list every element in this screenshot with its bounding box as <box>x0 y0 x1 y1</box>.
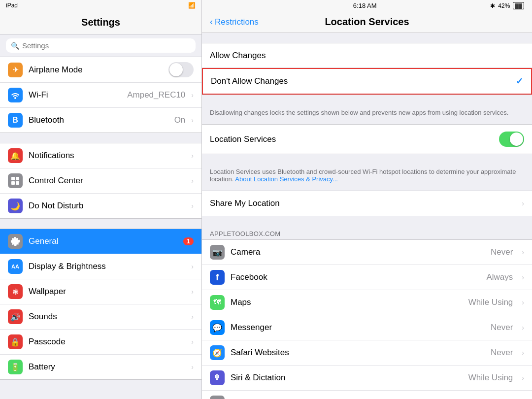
battery-chevron: › <box>191 363 194 371</box>
row-bluetooth[interactable]: B Bluetooth On › <box>0 108 201 133</box>
control-center-icon <box>8 173 23 188</box>
wifi-status-icon: 📶 <box>188 2 196 9</box>
app-row-maps[interactable]: 🗺 Maps While Using › <box>202 290 532 315</box>
back-button[interactable]: ‹ Restrictions <box>210 17 259 27</box>
wallpaper-chevron: › <box>191 288 194 296</box>
wifi-label: Wi-Fi <box>29 90 121 100</box>
messenger-label: Messenger <box>231 323 485 332</box>
notifications-chevron: › <box>191 152 194 160</box>
dont-allow-changes-label: Don't Allow Changes <box>211 76 516 86</box>
checkmark-icon: ✓ <box>516 76 523 87</box>
row-wifi[interactable]: Wi-Fi Amped_REC10 › <box>0 83 201 108</box>
location-services-group: Location Services <box>202 124 532 154</box>
dnd-chevron: › <box>191 202 194 210</box>
camera-chevron: › <box>522 248 524 256</box>
row-wallpaper[interactable]: ❃ Wallpaper › <box>0 279 201 304</box>
dnd-label: Do Not Disturb <box>29 201 185 211</box>
display-icon: AA <box>8 259 23 274</box>
right-status-bar: 6:18 AM ✱ 42% ▓▓ <box>202 0 532 11</box>
location-services-toggle[interactable] <box>499 132 524 147</box>
device-label: iPad <box>6 2 18 9</box>
app-row-camera[interactable]: 📷 Camera Never › <box>202 240 532 265</box>
maps-chevron: › <box>522 299 524 306</box>
row-control-center[interactable]: Control Center › <box>0 168 201 194</box>
svg-rect-0 <box>11 177 15 180</box>
search-input[interactable] <box>22 41 191 50</box>
allow-changes-group: Allow Changes Don't Allow Changes ✓ <box>202 43 532 95</box>
facebook-app-icon: f <box>210 270 225 285</box>
dnd-icon: 🌙 <box>8 199 23 213</box>
general-label: General <box>29 236 177 246</box>
share-location-chevron: › <box>522 200 524 207</box>
row-dnd[interactable]: 🌙 Do Not Disturb › <box>0 194 201 218</box>
location-services-row[interactable]: Location Services <box>202 125 532 154</box>
bluetooth-label: Bluetooth <box>29 115 168 125</box>
left-panel: iPad 📶 Settings 🔍 ✈ Airplane Mode <box>0 0 202 399</box>
facebook-value: Always <box>486 272 513 282</box>
app-row-facebook[interactable]: f Facebook Always › <box>202 265 532 290</box>
app-row-safari[interactable]: 🧭 Safari Websites Never › <box>202 340 532 366</box>
camera-app-icon: 📷 <box>210 245 225 260</box>
app-row-siri[interactable]: 🎙 Siri & Dictation While Using › <box>202 366 532 391</box>
allow-changes-row[interactable]: Allow Changes <box>202 43 532 68</box>
left-status-bar: iPad 📶 <box>0 0 201 11</box>
passcode-icon: 🔒 <box>8 334 23 349</box>
messenger-app-icon: 💬 <box>210 320 225 335</box>
disallow-note: Disallowing changes locks the settings s… <box>202 105 532 124</box>
row-passcode[interactable]: 🔒 Passcode › <box>0 330 201 355</box>
maps-app-icon: 🗺 <box>210 295 225 310</box>
display-label: Display & Brightness <box>29 262 185 271</box>
connectivity-group: ✈ Airplane Mode Wi-Fi Amped_REC10 › B Bl… <box>0 57 201 133</box>
wifi-chevron: › <box>191 91 194 99</box>
battery-icon: 🔋 <box>8 360 23 374</box>
wifi-icon <box>8 88 23 102</box>
facebook-label: Facebook <box>231 272 480 282</box>
battery-graphic: ▓▓ <box>513 2 524 9</box>
safari-value: Never <box>491 348 513 358</box>
left-header: Settings <box>0 11 201 34</box>
search-wrap[interactable]: 🔍 <box>6 38 196 53</box>
status-right: ✱ 42% ▓▓ <box>490 2 524 9</box>
maps-value: While Using <box>468 298 513 307</box>
airplane-mode-toggle[interactable] <box>168 62 194 77</box>
airplane-mode-icon: ✈ <box>8 63 23 77</box>
app-row-messenger[interactable]: 💬 Messenger Never › <box>202 315 532 340</box>
bluetooth-value: On <box>174 115 186 125</box>
row-airplane-mode[interactable]: ✈ Airplane Mode <box>0 57 201 83</box>
control-center-chevron: › <box>191 177 194 185</box>
svg-rect-2 <box>11 181 15 185</box>
notifications-icon: 🔔 <box>8 148 23 163</box>
row-general[interactable]: General 1 <box>0 229 201 254</box>
sounds-chevron: › <box>191 313 194 321</box>
notifications-label: Notifications <box>29 151 185 161</box>
dont-allow-changes-row[interactable]: Don't Allow Changes ✓ <box>202 68 532 95</box>
location-privacy-link[interactable]: About Location Services & Privacy... <box>235 175 338 183</box>
app-row-calculator[interactable]: 🧮 The Calculator Never › <box>202 391 532 399</box>
airplane-mode-label: Airplane Mode <box>29 65 163 75</box>
row-display[interactable]: AA Display & Brightness › <box>0 254 201 279</box>
control-center-label: Control Center <box>29 176 185 186</box>
sounds-label: Sounds <box>29 312 185 322</box>
back-chevron-icon: ‹ <box>210 17 213 27</box>
row-sounds[interactable]: 🔊 Sounds › <box>0 304 201 330</box>
facebook-chevron: › <box>522 273 524 281</box>
siri-value: While Using <box>468 373 513 383</box>
messenger-value: Never <box>491 323 513 332</box>
safari-app-icon: 🧭 <box>210 345 225 360</box>
share-location-row[interactable]: Share My Location › <box>202 191 532 216</box>
location-note: Location Services uses Bluetooth and cro… <box>202 164 532 191</box>
wallpaper-icon: ❃ <box>8 284 23 299</box>
row-battery[interactable]: 🔋 Battery › <box>0 355 201 379</box>
apps-group: General 1 AA Display & Brightness › ❃ Wa… <box>0 229 201 380</box>
apps-list: 📷 Camera Never › f Facebook Always › 🗺 M… <box>202 239 532 399</box>
maps-label: Maps <box>231 298 463 307</box>
bluetooth-chevron: › <box>191 116 194 124</box>
bluetooth-icon: B <box>8 113 23 128</box>
bluetooth-status-icon: ✱ <box>490 2 495 9</box>
left-title: Settings <box>81 17 120 28</box>
safari-label: Safari Websites <box>231 348 485 358</box>
passcode-chevron: › <box>191 338 194 346</box>
row-notifications[interactable]: 🔔 Notifications › <box>0 143 201 168</box>
siri-app-icon: 🎙 <box>210 370 225 385</box>
siri-label: Siri & Dictation <box>231 373 463 383</box>
